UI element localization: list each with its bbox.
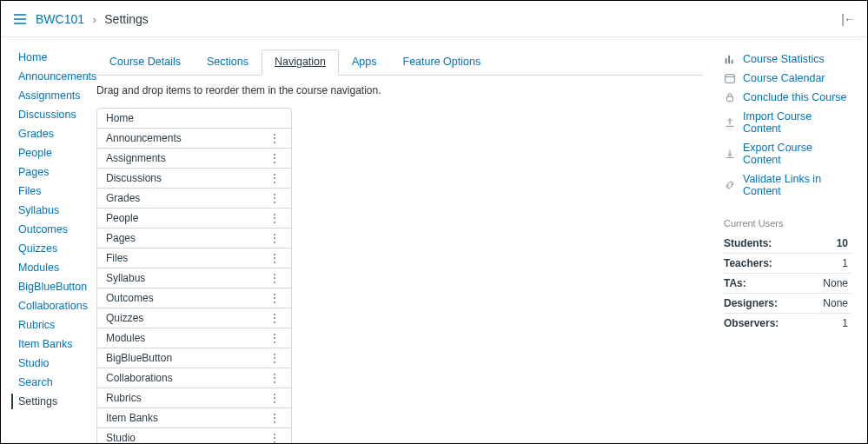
kebab-icon[interactable]: ⋮ xyxy=(267,254,282,262)
reorder-item-label: Studio xyxy=(106,432,136,444)
breadcrumb: BWC101 › Settings xyxy=(36,12,149,26)
reorder-item-label: Collaborations xyxy=(106,372,173,384)
nav-item-assignments[interactable]: Assignments xyxy=(18,88,96,103)
kebab-icon[interactable]: ⋮ xyxy=(267,334,282,342)
reorder-item-grades[interactable]: Grades⋮ xyxy=(96,188,292,209)
reorder-item-files[interactable]: Files⋮ xyxy=(96,248,292,268)
kebab-icon[interactable]: ⋮ xyxy=(267,134,282,142)
user-row: Teachers:1 xyxy=(724,254,851,274)
kebab-icon[interactable]: ⋮ xyxy=(267,234,282,242)
top-bar: BWC101 › Settings |← xyxy=(1,1,867,37)
main-content: Course DetailsSectionsNavigationAppsFeat… xyxy=(96,37,724,443)
reorder-item-label: Pages xyxy=(106,232,136,244)
reorder-item-studio[interactable]: Studio⋮ xyxy=(96,427,292,444)
tab-apps[interactable]: Apps xyxy=(339,50,390,76)
breadcrumb-course-link[interactable]: BWC101 xyxy=(36,12,84,26)
nav-item-collaborations[interactable]: Collaborations xyxy=(18,298,96,314)
rr-link-export-course-content[interactable]: Export Course Content xyxy=(724,138,851,169)
kebab-icon[interactable]: ⋮ xyxy=(267,414,282,422)
nav-item-rubrics[interactable]: Rubrics xyxy=(18,317,96,333)
reorder-item-announcements[interactable]: Announcements⋮ xyxy=(96,128,292,149)
kebab-icon[interactable]: ⋮ xyxy=(267,314,282,322)
reorder-item-home[interactable]: Home xyxy=(96,108,292,129)
reorder-item-label: Grades xyxy=(106,192,140,204)
nav-item-modules[interactable]: Modules xyxy=(18,260,96,275)
reorder-item-assignments[interactable]: Assignments⋮ xyxy=(96,148,292,169)
reorder-item-label: Discussions xyxy=(106,172,162,184)
rr-link-label: Course Calendar xyxy=(743,72,825,84)
reorder-item-label: People xyxy=(106,212,138,224)
reorder-item-item-banks[interactable]: Item Banks⋮ xyxy=(96,408,292,428)
nav-item-discussions[interactable]: Discussions xyxy=(18,107,96,123)
nav-item-announcements[interactable]: Announcements xyxy=(18,69,96,84)
rr-link-course-calendar[interactable]: Course Calendar xyxy=(724,69,851,88)
upload-icon xyxy=(724,116,736,129)
kebab-icon[interactable]: ⋮ xyxy=(267,174,282,182)
kebab-icon[interactable]: ⋮ xyxy=(267,434,282,442)
nav-item-syllabus[interactable]: Syllabus xyxy=(18,202,96,218)
reorder-item-label: Assignments xyxy=(106,152,166,164)
user-row: Designers:None xyxy=(724,294,851,314)
nav-item-home[interactable]: Home xyxy=(18,50,96,65)
tab-sections[interactable]: Sections xyxy=(194,50,262,76)
rr-link-import-course-content[interactable]: Import Course Content xyxy=(724,107,851,138)
tab-feature-options[interactable]: Feature Options xyxy=(390,50,494,76)
nav-item-studio[interactable]: Studio xyxy=(18,355,96,371)
reorder-item-modules[interactable]: Modules⋮ xyxy=(96,328,292,348)
rr-link-validate-links-in-content[interactable]: Validate Links in Content xyxy=(724,169,851,201)
reorder-item-label: Modules xyxy=(106,332,145,344)
reorder-item-collaborations[interactable]: Collaborations⋮ xyxy=(96,368,292,388)
nav-item-files[interactable]: Files xyxy=(18,183,96,199)
nav-item-outcomes[interactable]: Outcomes xyxy=(18,222,96,237)
kebab-icon[interactable]: ⋮ xyxy=(267,354,282,362)
current-users-table: Students:10Teachers:1TAs:NoneDesigners:N… xyxy=(724,234,851,333)
user-row: TAs:None xyxy=(724,274,851,294)
reorder-item-outcomes[interactable]: Outcomes⋮ xyxy=(96,288,292,308)
user-value: 1 xyxy=(822,314,851,334)
kebab-icon[interactable]: ⋮ xyxy=(267,374,282,382)
lock-icon xyxy=(724,91,736,103)
nav-item-settings[interactable]: Settings xyxy=(11,394,96,409)
nav-item-people[interactable]: People xyxy=(18,145,96,161)
reorder-item-label: BigBlueButton xyxy=(106,352,172,364)
nav-reorder-list[interactable]: HomeAnnouncements⋮Assignments⋮Discussion… xyxy=(96,108,292,444)
user-label: Designers: xyxy=(724,294,822,314)
nav-item-search[interactable]: Search xyxy=(18,374,96,390)
settings-tabs: Course DetailsSectionsNavigationAppsFeat… xyxy=(96,50,703,76)
reorder-item-bigbluebutton[interactable]: BigBlueButton⋮ xyxy=(96,348,292,368)
tab-navigation[interactable]: Navigation xyxy=(262,50,339,76)
breadcrumb-current: Settings xyxy=(104,12,149,26)
kebab-icon[interactable]: ⋮ xyxy=(267,214,282,222)
rr-link-label: Course Statistics xyxy=(743,53,825,65)
svg-rect-0 xyxy=(726,75,735,83)
kebab-icon[interactable]: ⋮ xyxy=(267,194,282,202)
user-label: Observers: xyxy=(724,314,822,334)
user-value: None xyxy=(822,274,851,294)
reorder-item-label: Files xyxy=(106,252,128,264)
reorder-item-people[interactable]: People⋮ xyxy=(96,208,292,229)
user-label: TAs: xyxy=(724,274,822,294)
reorder-item-syllabus[interactable]: Syllabus⋮ xyxy=(96,268,292,288)
hamburger-icon[interactable] xyxy=(13,12,27,26)
kebab-icon[interactable]: ⋮ xyxy=(267,274,282,282)
rr-link-course-statistics[interactable]: Course Statistics xyxy=(724,50,851,69)
svg-rect-1 xyxy=(727,96,733,101)
reorder-item-pages[interactable]: Pages⋮ xyxy=(96,228,292,249)
reorder-item-label: Quizzes xyxy=(106,312,143,324)
reorder-item-rubrics[interactable]: Rubrics⋮ xyxy=(96,388,292,408)
kebab-icon[interactable]: ⋮ xyxy=(267,154,282,162)
reorder-item-label: Syllabus xyxy=(106,272,145,284)
reorder-item-discussions[interactable]: Discussions⋮ xyxy=(96,168,292,189)
nav-item-pages[interactable]: Pages xyxy=(18,164,96,180)
kebab-icon[interactable]: ⋮ xyxy=(267,294,282,302)
rr-link-conclude-this-course[interactable]: Conclude this Course xyxy=(724,88,851,107)
nav-item-item-banks[interactable]: Item Banks xyxy=(18,336,96,352)
collapse-end-icon[interactable]: |← xyxy=(841,12,855,26)
nav-item-grades[interactable]: Grades xyxy=(18,126,96,142)
kebab-icon[interactable]: ⋮ xyxy=(267,394,282,402)
reorder-item-quizzes[interactable]: Quizzes⋮ xyxy=(96,308,292,328)
rr-link-label: Validate Links in Content xyxy=(743,173,851,197)
tab-course-details[interactable]: Course Details xyxy=(96,50,194,76)
nav-item-bigbluebutton[interactable]: BigBlueButton xyxy=(18,279,96,295)
nav-item-quizzes[interactable]: Quizzes xyxy=(18,241,96,256)
